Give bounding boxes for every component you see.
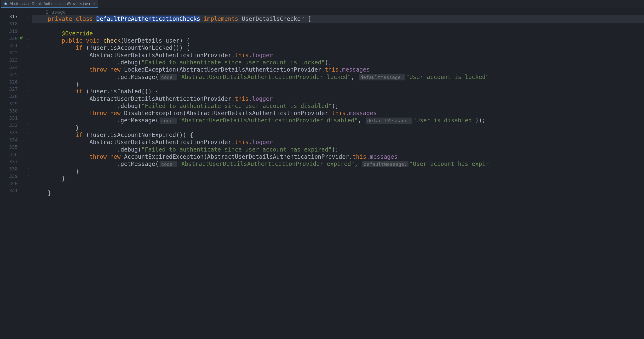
code-line[interactable] — [32, 23, 644, 30]
line-number[interactable]: 334 — [0, 136, 18, 143]
line-number[interactable]: 325 — [0, 71, 18, 78]
svg-text:O: O — [20, 37, 22, 39]
fold-marker-icon[interactable]: ⌄ — [27, 85, 29, 93]
code-line[interactable]: } — [32, 124, 644, 131]
code-line[interactable]: if (!user.isAccountNonLocked()) { — [32, 44, 644, 51]
fold-marker-icon[interactable]: ⌄ — [27, 42, 29, 49]
code-line[interactable]: } — [32, 81, 644, 88]
parameter-hint: defaultMessage: — [362, 161, 408, 167]
line-number[interactable]: 320 — [0, 35, 18, 42]
fold-marker-icon[interactable]: ⌃ — [27, 173, 29, 180]
fold-marker-icon[interactable]: ⌄ — [27, 35, 29, 42]
code-line[interactable]: } — [32, 189, 644, 197]
line-number[interactable]: 332 — [0, 122, 18, 129]
code-line[interactable]: } — [32, 168, 644, 175]
parameter-hint: defaultMessage: — [359, 74, 405, 80]
code-line[interactable]: @Override — [32, 30, 644, 37]
fold-marker-icon[interactable]: ⌄ — [27, 13, 29, 20]
code-area[interactable]: 1 usage private class DefaultPreAuthenti… — [32, 8, 644, 339]
fold-marker-icon[interactable]: ⌃ — [27, 165, 29, 173]
code-line[interactable]: .getMessage(code:"AbstractUserDetailsAut… — [32, 117, 644, 124]
line-number[interactable]: 327 — [0, 85, 18, 93]
tab-bar: C AbstractUserDetailsAuthenticationProvi… — [0, 0, 644, 8]
code-line[interactable]: 1 usage — [32, 8, 644, 15]
fold-column: ⌄ ⌄ ⌄ ⌃ ⌄ ⌃ ⌄ ⌃ ⌃ — [26, 8, 32, 339]
code-line[interactable]: } — [32, 175, 644, 182]
java-class-icon: C — [4, 2, 8, 6]
line-number[interactable]: 335 — [0, 143, 18, 151]
code-line[interactable]: .debug("Failed to authenticate since use… — [32, 102, 644, 110]
override-gutter-icon[interactable]: O — [19, 35, 24, 40]
editor-body: 317 318 319 320 321 322 323 324 325 326 … — [0, 8, 644, 339]
code-line[interactable]: .getMessage(code:"AbstractUserDetailsAut… — [32, 73, 644, 81]
line-number[interactable]: 319 — [0, 27, 18, 35]
line-number[interactable]: 326 — [0, 78, 18, 85]
line-number[interactable]: 338 — [0, 165, 18, 172]
line-number[interactable]: 340 — [0, 180, 18, 187]
code-line[interactable]: if (!user.isAccountNonExpired()) { — [32, 131, 644, 139]
line-number[interactable]: 339 — [0, 173, 18, 180]
fold-marker-icon[interactable]: ⌃ — [27, 122, 29, 129]
parameter-hint: defaultMessage: — [366, 118, 412, 124]
gutter: 317 318 319 320 321 322 323 324 325 326 … — [0, 8, 26, 339]
close-icon[interactable]: × — [93, 2, 95, 6]
editor-container: C AbstractUserDetailsAuthenticationProvi… — [0, 0, 644, 339]
line-number[interactable]: 341 — [0, 187, 18, 194]
tab-filename: AbstractUserDetailsAuthenticationProvide… — [10, 2, 90, 6]
line-number[interactable]: 317 — [0, 13, 18, 20]
code-line[interactable]: .debug("Failed to authenticate since use… — [32, 59, 644, 66]
line-number[interactable]: 318 — [0, 20, 18, 27]
parameter-hint: code: — [160, 161, 177, 167]
line-number[interactable]: 323 — [0, 56, 18, 64]
code-line[interactable]: AbstractUserDetailsAuthenticationProvide… — [32, 95, 644, 102]
code-line[interactable]: throw new AccountExpiredException(Abstra… — [32, 153, 644, 160]
line-number[interactable]: 329 — [0, 100, 18, 107]
line-number[interactable]: 328 — [0, 93, 18, 100]
code-line[interactable]: if (!user.isEnabled()) { — [32, 88, 644, 95]
line-number[interactable]: 333 — [0, 129, 18, 136]
svg-text:C: C — [5, 3, 6, 5]
code-line[interactable] — [32, 182, 644, 189]
line-number[interactable]: 331 — [0, 114, 18, 122]
parameter-hint: code: — [160, 74, 177, 80]
line-number[interactable]: 324 — [0, 64, 18, 71]
code-line[interactable]: .debug("Failed to authenticate since use… — [32, 146, 644, 153]
code-line[interactable]: throw new DisabledException(AbstractUser… — [32, 110, 644, 117]
line-number[interactable]: 336 — [0, 151, 18, 158]
code-line[interactable]: public void check(UserDetails user) { — [32, 37, 644, 44]
parameter-hint: code: — [160, 118, 177, 124]
code-line[interactable]: AbstractUserDetailsAuthenticationProvide… — [32, 139, 644, 146]
line-number[interactable]: 330 — [0, 107, 18, 114]
line-number[interactable]: 322 — [0, 49, 18, 56]
file-tab[interactable]: C AbstractUserDetailsAuthenticationProvi… — [1, 0, 98, 8]
code-line[interactable]: throw new LockedException(AbstractUserDe… — [32, 66, 644, 73]
code-line[interactable]: .getMessage(code:"AbstractUserDetailsAut… — [32, 160, 644, 168]
line-number[interactable]: 337 — [0, 158, 18, 165]
fold-marker-icon[interactable]: ⌃ — [27, 78, 29, 85]
code-line[interactable]: AbstractUserDetailsAuthenticationProvide… — [32, 52, 644, 59]
code-line[interactable]: private class DefaultPreAuthenticationCh… — [32, 15, 644, 22]
fold-marker-icon[interactable]: ⌄ — [27, 129, 29, 136]
line-number[interactable]: 321 — [0, 42, 18, 49]
